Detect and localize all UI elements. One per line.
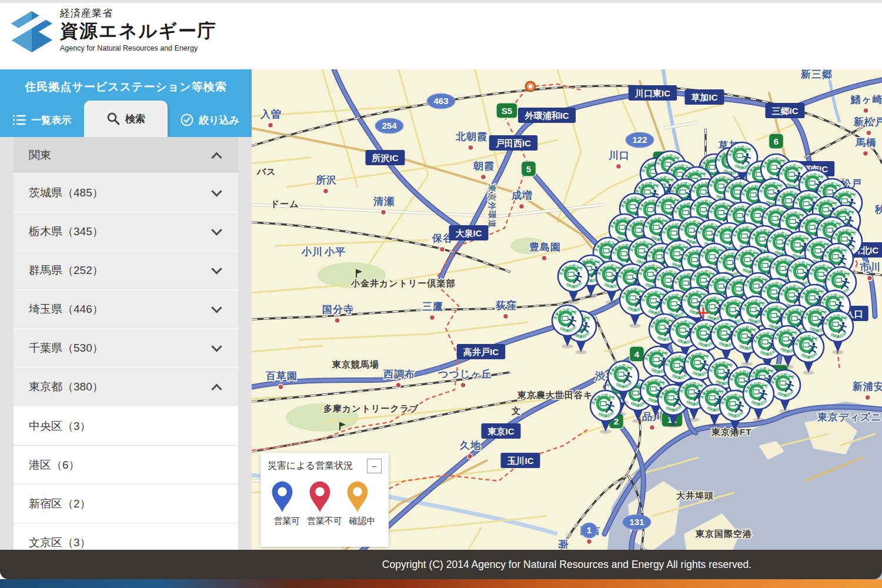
prefecture-row[interactable]: 埼玉県（446） [14,290,238,329]
map-city-label: 鰭ヶ崎 [850,94,882,105]
map-city-label: 百草園 [265,370,298,382]
tab-list-view[interactable]: 一覧表示 [0,103,84,137]
ward-row-label: 新宿区（2） [29,496,91,512]
map-city-label: 三鷹 [422,301,443,312]
app-window: 経済産業省 資源エネルギー庁 Agency for Natural Resour… [0,0,882,588]
ward-row[interactable]: 新宿区（2） [14,485,238,523]
legend-title: 災害による営業状況 [268,460,353,472]
map-city-label: 荻窪 [496,300,517,311]
region-accordion: 関東茨城県（485）栃木県（345）群馬県（252）埼玉県（446）千葉県（53… [0,137,252,550]
prefecture-row[interactable]: 群馬県（252） [14,252,238,290]
prefecture-row[interactable]: 千葉県（530） [14,329,238,368]
interchange-badge: 三郷IC [772,106,799,116]
legend-closed-label: 営業不可 [306,516,343,527]
map-city-label: 川口 [608,150,630,161]
map-city-label: つつじヶ丘 [437,369,492,380]
ward-row-label: 文京区（3） [29,535,91,550]
region-row[interactable]: 関東 [14,137,238,174]
interchange-badge: 所沢IC [372,153,399,163]
legend-checking-label: 確認中 [344,516,380,527]
region-row-label: 関東 [29,148,51,163]
tab-filter[interactable]: 絞り込み [168,103,252,137]
pin-checking-icon [344,479,371,513]
ministry-name: 経済産業省 [60,6,217,20]
chevron-down-icon [211,225,222,235]
interchange-badge: 戸田西IC [495,138,531,148]
map-place-label: 東京国際空港 [695,529,752,539]
map-place-label: 大井埠頭 [676,490,714,500]
chevron-down-icon [211,302,222,313]
ward-row[interactable]: 港区（6） [14,446,238,485]
interchange-badge: 高井戸IC [463,347,499,357]
interchange-badge: 川口東IC [634,88,670,98]
map-place-label: 文 [511,406,521,416]
map-city-label: 西調布 [383,369,415,380]
pin-open-icon [269,479,296,513]
map-canvas[interactable]: 災害時の切り札 住民拠点SS 川口草加新三郷鰭ヶ崎新松戸馬橋松戸秋山市川金町入曽… [252,69,882,579]
sidebar: 住民拠点サービスステーション等検索 一覧表示 [0,69,252,550]
meti-logo-icon [8,8,55,57]
map-city-label: 小平 [324,246,346,258]
route-shield: 6 [774,136,779,146]
prefecture-row-label: 東京都（380） [29,379,103,395]
map-city-label: 東京ディズニーシー [817,412,882,423]
list-icon [12,113,26,126]
bottom-strip [0,579,882,588]
prefecture-row[interactable]: 茨城県（485） [14,174,238,213]
map-city-label: 朝霞 [473,161,495,172]
route-shield: 122 [632,135,647,145]
prefecture-row[interactable]: 東京都（380） [14,368,238,407]
ward-row-label: 中央区（3） [29,419,91,434]
map-city-label: 豊島園 [529,242,561,253]
search-icon [106,112,121,126]
route-shield: 254 [382,121,397,131]
ward-row[interactable]: 文京区（3） [14,523,238,550]
route-shield: 463 [433,96,448,106]
agency-name: 資源エネルギー庁 [60,20,217,43]
map-place-label: バス [256,166,276,176]
map-city-label: 小川 [301,246,323,258]
map-city-label: 成増 [511,189,533,201]
pin-closed-icon [306,479,333,513]
legend-panel: 災害による営業状況 − 営業可 営業不可 [260,453,389,547]
route-shield: 1 [587,525,592,535]
route-shield: S5 [502,106,512,116]
prefecture-row-label: 茨城県（485） [29,185,103,201]
map-city-label: 北朝霞 [455,131,487,142]
map-city-label: 秋山 [874,204,882,215]
map-city-label: 所沢 [315,175,337,186]
tab-list-view-label: 一覧表示 [31,113,71,127]
map-city-label: 新松戸 [853,116,882,128]
map-city-label: 久地 [459,440,481,451]
map-city-label: 清瀬 [373,196,395,207]
ward-row[interactable]: 中央区（3） [14,407,238,446]
route-shield: 4 [634,349,640,359]
tab-search[interactable]: 検索 [84,101,168,137]
interchange-badge: 外環浦和IC [524,111,569,121]
copyright-text: Copyright (C) 2014 Agency for Natural Re… [382,559,751,571]
map-place-label: ドーム [270,199,299,209]
map-city-label: 国分寺 [322,304,354,315]
map-city-label: 新三郷 [800,69,833,80]
chevron-down-icon [211,263,222,274]
map-place-label: 東京競馬場 [332,359,379,369]
tab-filter-label: 絞り込み [199,113,239,127]
map-city-label: 市川 [859,262,881,273]
sidebar-header: 住民拠点サービスステーション等検索 一覧表示 [0,69,252,137]
map-city-label: 入曽 [260,108,282,120]
sidebar-title: 住民拠点サービスステーション等検索 [0,69,252,95]
tab-bar: 一覧表示 検索 [0,103,252,137]
chevron-up-icon [211,152,222,162]
prefecture-row-label: 栃木県（345） [29,224,103,239]
map-place-label: 多摩カントリークラブ [323,403,419,413]
legend-open-label: 営業可 [269,516,305,527]
route-shield: 131 [629,517,644,527]
interchange-badge: 玉川IC [507,456,534,466]
legend-collapse-button[interactable]: − [367,459,382,473]
chevron-down-icon [211,341,222,352]
check-circle-icon [180,113,194,127]
prefecture-row[interactable]: 栃木県（345） [14,213,238,252]
route-shield: 5 [526,164,531,174]
chevron-up-icon [211,384,222,395]
interchange-badge: 草加IC [691,92,718,102]
